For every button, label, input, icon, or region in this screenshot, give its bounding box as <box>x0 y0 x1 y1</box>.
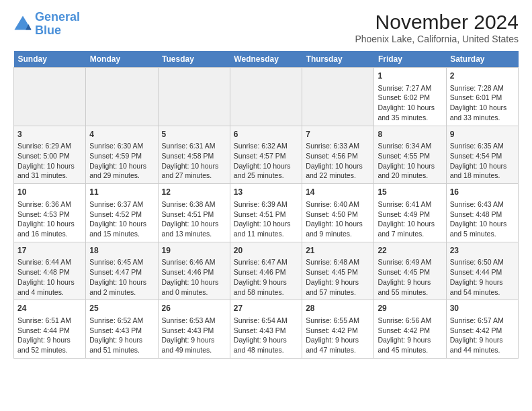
day-info: Sunrise: 6:35 AM <box>450 141 515 151</box>
table-cell: 19Sunrise: 6:46 AMSunset: 4:46 PMDayligh… <box>158 242 230 300</box>
table-cell: 10Sunrise: 6:36 AMSunset: 4:53 PMDayligh… <box>14 184 86 242</box>
header-friday: Friday <box>374 51 446 68</box>
day-info: Daylight: 10 hours and 25 minutes. <box>234 161 298 181</box>
header-monday: Monday <box>86 51 158 68</box>
day-number: 23 <box>450 245 515 257</box>
day-number: 30 <box>450 303 515 314</box>
day-info: Sunset: 4:54 PM <box>450 151 515 161</box>
day-info: Daylight: 10 hours and 15 minutes. <box>89 219 154 238</box>
day-info: Sunrise: 6:32 AM <box>234 141 298 151</box>
table-cell: 9Sunrise: 6:35 AMSunset: 4:54 PMDaylight… <box>446 126 518 184</box>
day-info: Daylight: 9 hours and 55 minutes. <box>378 277 442 297</box>
day-number: 9 <box>450 129 515 140</box>
table-cell: 18Sunrise: 6:45 AMSunset: 4:47 PMDayligh… <box>86 242 158 300</box>
day-number: 16 <box>450 187 515 198</box>
day-info: Sunset: 4:45 PM <box>306 267 370 277</box>
table-cell <box>158 68 230 126</box>
header-sunday: Sunday <box>14 51 86 68</box>
day-info: Daylight: 9 hours and 58 minutes. <box>234 277 298 297</box>
day-info: Sunrise: 6:51 AM <box>17 316 82 326</box>
day-number: 8 <box>378 129 442 140</box>
day-info: Daylight: 9 hours and 49 minutes. <box>162 335 226 355</box>
table-cell: 12Sunrise: 6:38 AMSunset: 4:51 PMDayligh… <box>158 184 230 242</box>
calendar-week-5: 24Sunrise: 6:51 AMSunset: 4:44 PMDayligh… <box>14 300 519 359</box>
day-info: Sunrise: 6:48 AM <box>306 257 370 267</box>
day-info: Sunrise: 6:53 AM <box>162 316 226 326</box>
day-info: Sunrise: 6:40 AM <box>306 199 370 210</box>
calendar-week-2: 3Sunrise: 6:29 AMSunset: 5:00 PMDaylight… <box>14 126 519 184</box>
day-info: Sunrise: 7:28 AM <box>450 83 515 93</box>
table-cell: 1Sunrise: 7:27 AMSunset: 6:02 PMDaylight… <box>374 68 446 126</box>
day-info: Sunset: 4:51 PM <box>162 210 226 220</box>
day-number: 7 <box>306 129 370 140</box>
day-info: Daylight: 10 hours and 5 minutes. <box>450 219 515 238</box>
day-number: 18 <box>89 245 154 257</box>
table-cell: 8Sunrise: 6:34 AMSunset: 4:55 PMDaylight… <box>374 126 446 184</box>
day-info: Daylight: 10 hours and 20 minutes. <box>378 161 442 181</box>
day-number: 24 <box>17 303 82 314</box>
day-info: Sunrise: 6:38 AM <box>162 199 226 210</box>
day-number: 12 <box>162 187 226 198</box>
table-cell: 26Sunrise: 6:53 AMSunset: 4:43 PMDayligh… <box>158 300 230 359</box>
day-number: 29 <box>378 303 442 314</box>
day-number: 22 <box>378 245 442 257</box>
day-info: Sunrise: 6:56 AM <box>378 316 442 326</box>
table-cell: 13Sunrise: 6:39 AMSunset: 4:51 PMDayligh… <box>230 184 302 242</box>
day-info: Daylight: 9 hours and 48 minutes. <box>234 335 298 355</box>
table-cell <box>86 68 158 126</box>
day-info: Daylight: 10 hours and 13 minutes. <box>162 219 226 238</box>
day-info: Sunrise: 6:54 AM <box>234 316 298 326</box>
day-number: 15 <box>378 187 442 198</box>
table-cell: 5Sunrise: 6:31 AMSunset: 4:58 PMDaylight… <box>158 126 230 184</box>
table-cell: 7Sunrise: 6:33 AMSunset: 4:56 PMDaylight… <box>302 126 374 184</box>
day-info: Daylight: 10 hours and 22 minutes. <box>306 161 370 181</box>
day-info: Daylight: 10 hours and 11 minutes. <box>234 219 298 238</box>
day-info: Daylight: 10 hours and 2 minutes. <box>89 277 154 297</box>
day-number: 20 <box>234 245 298 257</box>
day-info: Sunset: 6:02 PM <box>378 93 442 103</box>
logo-line1: General <box>35 10 80 24</box>
day-info: Sunset: 4:42 PM <box>450 326 515 336</box>
day-info: Sunset: 4:58 PM <box>162 151 226 161</box>
table-cell: 30Sunrise: 6:57 AMSunset: 4:42 PMDayligh… <box>446 300 518 359</box>
table-cell: 2Sunrise: 7:28 AMSunset: 6:01 PMDaylight… <box>446 68 518 126</box>
day-info: Sunset: 6:01 PM <box>450 93 515 103</box>
day-info: Daylight: 10 hours and 7 minutes. <box>378 219 442 238</box>
table-cell: 15Sunrise: 6:41 AMSunset: 4:49 PMDayligh… <box>374 184 446 242</box>
day-info: Daylight: 9 hours and 45 minutes. <box>378 335 442 355</box>
day-info: Sunset: 4:55 PM <box>378 151 442 161</box>
day-info: Sunrise: 6:45 AM <box>89 257 154 267</box>
day-info: Sunset: 4:45 PM <box>378 267 442 277</box>
day-info: Sunset: 4:43 PM <box>89 326 154 336</box>
calendar-header-row: Sunday Monday Tuesday Wednesday Thursday… <box>14 51 519 68</box>
day-number: 10 <box>17 187 82 198</box>
calendar-week-3: 10Sunrise: 6:36 AMSunset: 4:53 PMDayligh… <box>14 184 519 242</box>
day-info: Sunrise: 6:52 AM <box>89 316 154 326</box>
day-info: Sunrise: 6:44 AM <box>17 257 82 267</box>
day-number: 25 <box>89 303 154 314</box>
day-info: Daylight: 9 hours and 51 minutes. <box>89 335 154 355</box>
day-info: Sunrise: 6:36 AM <box>17 199 82 210</box>
header-wednesday: Wednesday <box>230 51 302 68</box>
calendar-table: Sunday Monday Tuesday Wednesday Thursday… <box>13 51 519 359</box>
day-info: Sunset: 4:59 PM <box>89 151 154 161</box>
day-info: Sunset: 4:42 PM <box>306 326 370 336</box>
day-info: Sunrise: 6:46 AM <box>162 257 226 267</box>
day-info: Daylight: 9 hours and 57 minutes. <box>306 277 370 297</box>
day-info: Sunset: 4:57 PM <box>234 151 298 161</box>
day-info: Sunrise: 6:41 AM <box>378 199 442 210</box>
day-info: Sunset: 4:52 PM <box>89 210 154 220</box>
day-number: 6 <box>234 129 298 140</box>
day-info: Sunset: 4:56 PM <box>306 151 370 161</box>
day-info: Daylight: 10 hours and 27 minutes. <box>162 161 226 181</box>
day-info: Sunset: 4:53 PM <box>17 210 82 220</box>
day-info: Sunset: 4:51 PM <box>234 210 298 220</box>
day-info: Daylight: 10 hours and 35 minutes. <box>378 103 442 122</box>
page-container: General Blue November 2024 Phoenix Lake,… <box>13 11 519 359</box>
day-info: Sunrise: 6:49 AM <box>378 257 442 267</box>
day-number: 4 <box>89 129 154 140</box>
table-cell: 17Sunrise: 6:44 AMSunset: 4:48 PMDayligh… <box>14 242 86 300</box>
day-info: Daylight: 10 hours and 29 minutes. <box>89 161 154 181</box>
day-number: 17 <box>17 245 82 257</box>
day-info: Sunrise: 6:34 AM <box>378 141 442 151</box>
